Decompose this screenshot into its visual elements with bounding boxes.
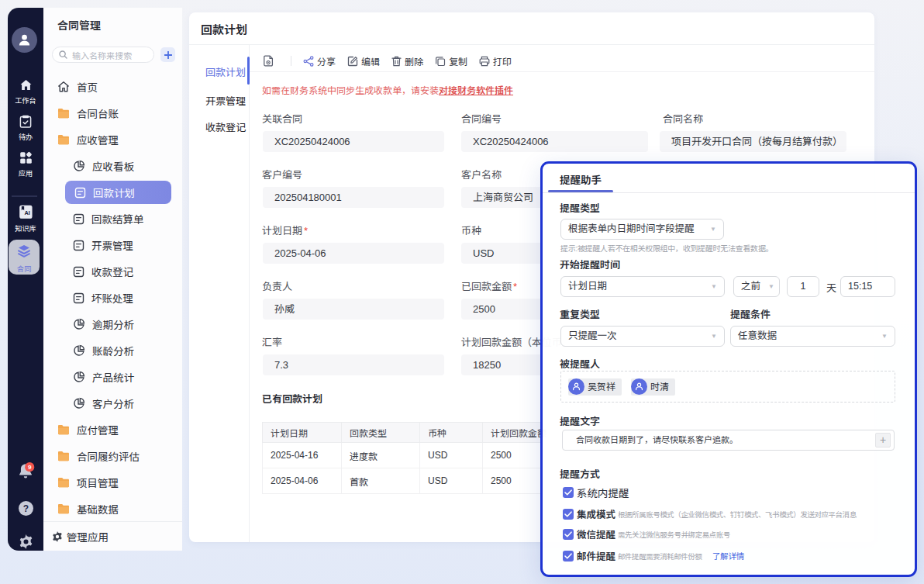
svg-text:?: ? (22, 503, 28, 514)
svg-text:9: 9 (28, 464, 32, 471)
svg-text:AI: AI (24, 209, 29, 216)
